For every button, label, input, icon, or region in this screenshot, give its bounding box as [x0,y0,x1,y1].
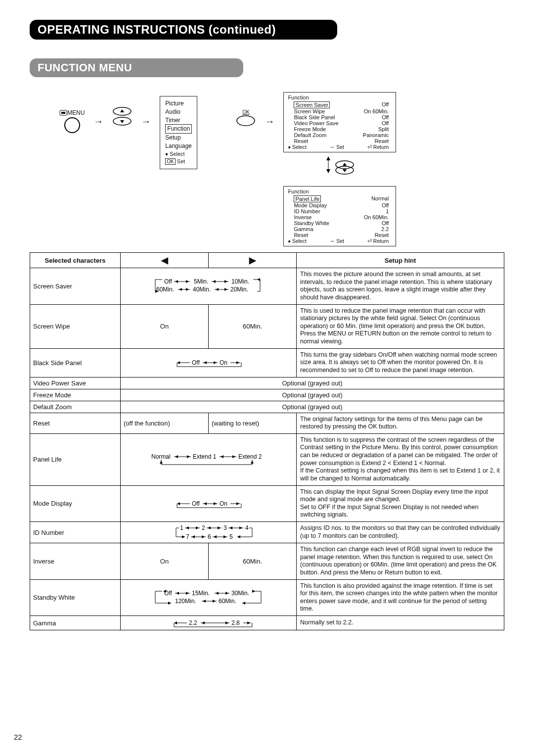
row-opts: 2.2 2.8 [121,616,297,630]
svg-text:40Min.: 40Min. [193,286,211,293]
osd1-foot-ret: Return [373,144,389,150]
off-on-diagram: Off On [159,499,258,509]
svg-marker-3 [120,109,124,112]
subsection-header: FUNCTION MENU [30,58,509,77]
osd-panel-2: Function Panel LifeNormal Mode DisplayOf… [283,186,396,246]
svg-marker-57 [177,502,180,505]
svg-text:5Min.: 5Min. [194,278,208,285]
osd2-r4-r: Off [382,220,389,226]
row-name: Video Power Save [30,377,121,389]
row-opt: Optional (grayed out) [121,389,504,401]
arrow-right: → [141,116,151,127]
header-title: OPERATING INSTRUCTIONS (continued) [30,20,337,40]
osd2-r0-r: Normal [371,195,389,202]
menu-item: Language [165,142,192,150]
osd2-foot-select: Select [292,238,307,244]
svg-marker-30 [216,288,219,291]
row-opts: 1 2 3 4 7 6 5 [121,522,297,543]
row-opts: Off On [121,485,297,522]
flow-diagram: MENU → → Picture Audio Timer Function Se… [59,92,499,246]
osd1-r3-r: Off [382,120,389,126]
osd2-r1-l: Mode Display [294,202,327,208]
svg-text:Extend 1: Extend 1 [193,453,217,460]
ok-glyph: OK [165,158,175,165]
svg-marker-93 [186,592,189,595]
osd1-r5-l: Default Zoom [294,132,326,138]
svg-marker-82 [202,535,205,538]
row-opt: Optional (grayed out) [121,377,504,389]
menu-item: Picture [165,99,192,108]
osd1-r6-l: Reset [294,138,308,144]
svg-marker-13 [343,169,347,172]
svg-marker-56 [251,461,254,464]
table-row: Default Zoom Optional (grayed out) [30,401,504,413]
th-selected: Selected characters [30,253,121,268]
table-row: Reset (off the function) (waiting to res… [30,413,504,433]
svg-marker-102 [213,600,216,603]
svg-marker-85 [214,535,217,538]
osd1-r2-r: Off [382,114,389,120]
gamma-diagram: 2.2 2.8 [154,618,263,628]
svg-marker-39 [214,361,217,364]
row-name: ID Number [30,522,121,543]
row-opts: Off5Min.10Min. 60Min.40Min.20Min. [121,268,297,305]
svg-text:Off: Off [192,500,200,507]
svg-text:7: 7 [186,533,189,540]
osd-panel-1: Function Screen SaverOff Screen WipeOn 6… [283,92,396,152]
osd2-foot-ret: Return [373,238,389,244]
svg-marker-116 [247,621,250,624]
svg-marker-21 [213,280,216,283]
svg-text:1: 1 [180,524,183,531]
row-right: 60Min. [209,543,297,580]
svg-text:5: 5 [229,533,233,540]
th-hint: Setup hint [297,253,504,268]
th-left-arrow: ◀ [121,253,209,268]
table-row: ID Number 1 2 3 4 7 6 5 Assigns ID nos. … [30,522,504,543]
table-row: Black Side Panel Off On This turns the g… [30,348,504,377]
row-opts: Off 15Min. 30Min. 120Min. 60Min. [121,579,297,616]
svg-rect-1 [61,112,65,114]
svg-marker-49 [221,455,223,458]
svg-marker-55 [160,461,163,464]
settings-table: Selected characters ◀ ▶ Setup hint Scree… [30,252,504,630]
row-opt: Optional (grayed out) [121,401,504,413]
row-name: Standby White [30,579,121,616]
svg-text:15Min.: 15Min. [192,590,210,597]
menu-item: Audio [165,108,192,116]
svg-marker-19 [186,280,189,283]
table-row: Mode Display Off On This can display the… [30,485,504,522]
row-hint: This turns the gray sidebars On/Off when… [297,348,504,377]
foot-set: Set [177,158,185,164]
svg-marker-97 [225,592,228,595]
osd2-r2-r: 1 [386,208,389,214]
osd1-r1-r: On 60Min. [364,108,389,114]
svg-text:2: 2 [202,524,205,531]
menu-label: MENU [67,109,85,116]
svg-marker-113 [225,621,228,624]
svg-marker-34 [177,361,180,364]
foot-select: Select [170,151,185,157]
svg-text:Off: Off [164,278,172,285]
row-name: Gamma [30,616,121,630]
osd-nav-arrows [325,156,355,173]
row-hint: This function is to suppress the contras… [297,433,504,485]
svg-marker-45 [175,455,178,458]
svg-marker-107 [252,590,255,593]
osd1-foot-set: Set [336,144,344,150]
section-header: OPERATING INSTRUCTIONS (continued) [30,20,509,40]
svg-marker-46 [187,455,190,458]
svg-marker-96 [216,592,219,595]
nav-oval-buttons [112,107,132,126]
row-name: Screen Wipe [30,304,121,348]
off-on-diagram: Off On [159,358,258,368]
svg-marker-104 [168,602,171,605]
row-opts: Normal Extend 1 Extend 2 [121,433,297,485]
arrow-right: → [265,116,274,127]
osd1-r4-r: Split [378,126,389,132]
svg-marker-88 [182,535,185,538]
circle-glyph [64,117,80,133]
osd2-r0-l: Panel Life [294,195,321,202]
svg-marker-69 [196,526,199,529]
svg-text:Normal: Normal [151,453,171,460]
svg-marker-9 [326,169,330,173]
